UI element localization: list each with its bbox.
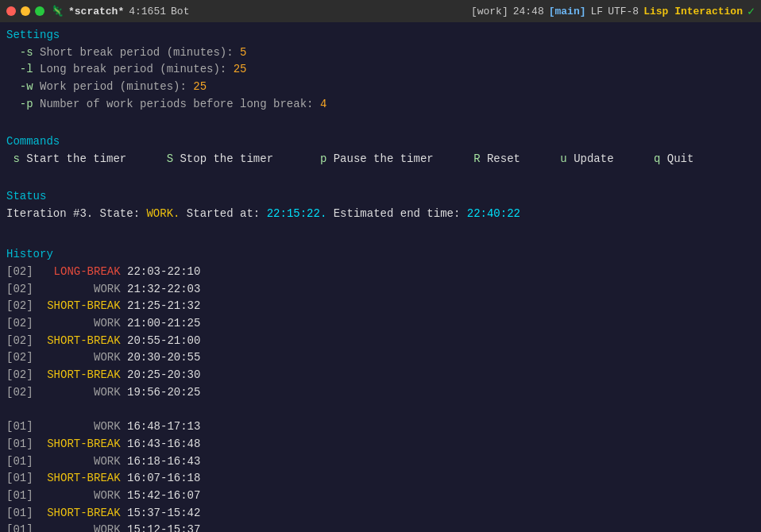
history-row: [02] WORK 21:32-22:03 <box>6 281 755 299</box>
cmd-s-key[interactable]: s <box>6 151 20 168</box>
work-tag: [work] <box>471 6 508 17</box>
settings-label: Settings <box>6 27 755 44</box>
history-row: [02] SHORT-BREAK 20:25-20:30 <box>6 367 755 384</box>
commands-label: Commands <box>6 133 755 151</box>
clock: 24:48 <box>513 6 544 17</box>
emacs-icon: 🦎 <box>51 5 64 17</box>
status-line: Iteration #3. State: WORK. Started at: 2… <box>6 206 755 223</box>
main-content: Settings -s Short break period (minutes)… <box>0 22 761 532</box>
history-row: [01] WORK 16:18-16:43 <box>6 453 755 471</box>
history-row: [01] WORK 15:12-15:37 <box>6 522 755 532</box>
commands-section: Commands s Start the timer S Stop the ti… <box>6 133 755 168</box>
history-row: [02] SHORT-BREAK 21:25-21:32 <box>6 298 755 315</box>
settings-section: Settings -s Short break period (minutes)… <box>6 27 755 113</box>
buffer-name: *scratch* <box>68 6 124 17</box>
checkmark-icon: ✓ <box>747 4 755 19</box>
history-row: [01] WORK 15:42-16:07 <box>6 488 755 505</box>
minimize-button[interactable] <box>21 6 30 16</box>
history-row: [01] SHORT-BREAK 15:37-15:42 <box>6 505 755 522</box>
window-controls[interactable] <box>6 6 44 16</box>
cursor-position: 4:1651 <box>129 6 166 17</box>
scroll-position: Bot <box>171 6 189 17</box>
branch-tag: [main] <box>549 6 586 17</box>
history-row: [02] WORK 20:30-20:55 <box>6 349 755 367</box>
cmd-S-key[interactable]: S <box>126 151 173 168</box>
cmd-u-desc: Update <box>567 151 614 168</box>
history-section: History [02] LONG-BREAK 22:03-22:10 [02]… <box>6 246 755 532</box>
titlebar: 🦎 *scratch* 4:1651 Bot [work] 24:48 [mai… <box>0 0 761 22</box>
cmd-p-key[interactable]: p <box>273 151 326 168</box>
cmd-u-key[interactable]: u <box>520 151 567 168</box>
settings-item-s: -s Short break period (minutes): 5 <box>6 44 755 62</box>
history-row: [02] WORK 19:56-20:25 <box>6 384 755 402</box>
history-row: [01] SHORT-BREAK 16:07-16:18 <box>6 470 755 488</box>
status-section: Status Iteration #3. State: WORK. Starte… <box>6 188 755 222</box>
cmd-p-desc: Pause the timer <box>326 151 433 168</box>
history-row: [02] SHORT-BREAK 20:55-21:00 <box>6 333 755 350</box>
cmd-S-desc: Stop the timer <box>173 151 273 168</box>
history-row: [02] WORK 21:00-21:25 <box>6 315 755 333</box>
history-label: History <box>6 246 755 264</box>
cmd-q-key[interactable]: q <box>614 151 661 168</box>
cmd-s-desc: Start the timer <box>20 151 126 168</box>
line-ending: LF <box>591 6 604 17</box>
settings-item-p: -p Number of work periods before long br… <box>6 96 755 114</box>
close-button[interactable] <box>6 6 16 16</box>
cmd-R-desc: Reset <box>481 151 520 168</box>
history-row: [02] LONG-BREAK 22:03-22:10 <box>6 264 755 281</box>
settings-item-l: -l Long break period (minutes): 25 <box>6 61 755 79</box>
cmd-q-desc: Quit <box>660 151 693 168</box>
modeline: 🦎 *scratch* 4:1651 Bot [work] 24:48 [mai… <box>51 4 755 19</box>
status-label: Status <box>6 188 755 206</box>
cmd-R-key[interactable]: R <box>434 151 481 168</box>
major-mode: Lisp Interaction <box>643 6 743 17</box>
history-row: [01] WORK 16:48-17:13 <box>6 418 755 436</box>
commands-row: s Start the timer S Stop the timer p Pau… <box>6 151 755 168</box>
settings-item-w: -w Work period (minutes): 25 <box>6 79 755 96</box>
history-row: [01] SHORT-BREAK 16:43-16:48 <box>6 436 755 453</box>
maximize-button[interactable] <box>35 6 44 16</box>
encoding: UTF-8 <box>608 6 639 17</box>
